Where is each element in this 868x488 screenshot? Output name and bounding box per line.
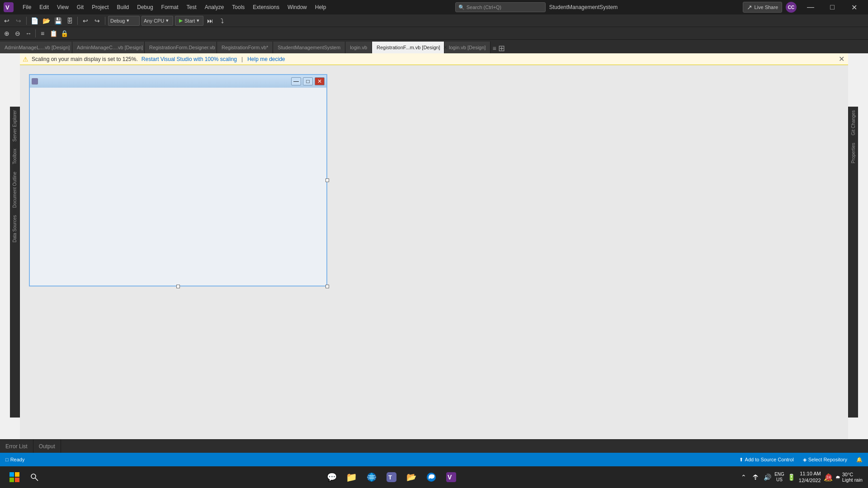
git-changes-label[interactable]: Git Changes <box>851 107 856 139</box>
tab-6[interactable]: RegistrationF...m.vb [Design] ✕ <box>372 42 444 53</box>
toolbar-save-btn[interactable]: 💾 <box>53 16 63 26</box>
maximize-button[interactable]: □ <box>822 0 843 14</box>
debug-dropdown[interactable]: Debug ▾ <box>108 16 140 26</box>
taskbar-file-explorer[interactable]: 📁 <box>343 468 361 486</box>
menu-git[interactable]: Git <box>73 2 87 12</box>
tray-chevron-icon[interactable]: ⌃ <box>739 473 748 482</box>
notification-link-2[interactable]: Help me decide <box>247 56 285 62</box>
tray-volume-icon[interactable]: 🔊 <box>763 473 772 482</box>
toolbar2-btn4[interactable]: ≡ <box>38 28 47 38</box>
resize-handle-right[interactable] <box>326 178 329 182</box>
tab-list-icon[interactable]: ≡ <box>492 45 496 52</box>
tab-6-close-icon[interactable]: ✕ <box>443 44 448 51</box>
title-bar-controls: — □ ✕ <box>800 0 864 14</box>
toolbar2-btn3[interactable]: ↔ <box>24 28 33 38</box>
tab-0-label: AdminManageL....vb [Design] <box>5 45 70 50</box>
menu-debug[interactable]: Debug <box>133 2 156 12</box>
menu-build[interactable]: Build <box>113 2 133 12</box>
menu-project[interactable]: Project <box>88 2 112 12</box>
taskbar-files-app[interactable]: 📂 <box>402 468 420 486</box>
form-close-button[interactable]: ✕ <box>315 77 325 85</box>
taskbar-search-icon[interactable] <box>25 468 43 486</box>
taskbar-weather[interactable]: 🌧 30°C Light rain <box>835 472 863 483</box>
menu-extensions[interactable]: Extensions <box>249 2 283 12</box>
menu-window[interactable]: Window <box>284 2 311 12</box>
menu-file[interactable]: File <box>19 2 35 12</box>
toolbar-step-in-btn[interactable]: ⤵ <box>217 16 227 26</box>
tray-battery-icon[interactable]: 🔋 <box>787 473 796 482</box>
tab-6-label: RegistrationF...m.vb [Design] <box>377 45 440 50</box>
notification-close-icon[interactable]: ✕ <box>839 55 844 63</box>
menu-analyze[interactable]: Analyze <box>201 2 228 12</box>
taskbar-notification-area[interactable]: 🔔 24 <box>824 473 833 482</box>
toolbar-redo-btn[interactable]: ↪ <box>92 16 102 26</box>
taskbar-vs-icon[interactable]: V <box>442 468 460 486</box>
toolbar-open-btn[interactable]: 📂 <box>41 16 51 26</box>
status-left: □ Ready <box>4 457 26 462</box>
toolbar-new-project-btn[interactable]: 📄 <box>29 16 39 26</box>
tab-close-all-icon[interactable]: ⊞ <box>498 43 505 53</box>
taskbar-browser[interactable] <box>363 468 381 486</box>
vs-logo-icon[interactable]: V <box>4 2 14 12</box>
tab-2[interactable]: RegistrationForm.Designer.vb <box>145 42 217 53</box>
live-share-button[interactable]: ↗ Live Share <box>743 2 782 13</box>
tray-network-icon[interactable] <box>751 473 760 482</box>
form-minimize-button[interactable]: — <box>291 77 301 85</box>
select-repository[interactable]: ◈ Select Repository <box>801 457 849 463</box>
tab-1[interactable]: AdminManageC....vb [Design] <box>72 42 145 53</box>
resize-handle-bottom[interactable] <box>176 285 180 288</box>
document-outline-label[interactable]: Document Outline <box>12 168 17 211</box>
add-to-source-control[interactable]: ⬆ Add to Source Control <box>737 457 796 463</box>
close-button[interactable]: ✕ <box>844 0 864 14</box>
toolbar2-btn5[interactable]: 📋 <box>48 28 58 38</box>
toolbar2-btn1[interactable]: ⊕ <box>2 28 12 38</box>
menu-format[interactable]: Format <box>158 2 182 12</box>
toolbar2-btn6[interactable]: 🔒 <box>59 28 69 38</box>
toolbar-undo-btn[interactable]: ↩ <box>80 16 90 26</box>
form-maximize-button[interactable]: □ <box>303 77 313 85</box>
toolbar-back-btn[interactable]: ↩ <box>2 16 12 26</box>
menu-help[interactable]: Help <box>311 2 330 12</box>
start-button[interactable]: ▶ Start ▾ <box>175 16 203 26</box>
tab-error-list[interactable]: Error List <box>0 440 33 453</box>
notifications-icon[interactable]: 🔔 <box>854 457 864 463</box>
cpu-dropdown[interactable]: Any CPU ▾ <box>142 16 173 26</box>
tab-7[interactable]: login.vb [Design] <box>444 42 491 53</box>
search-box[interactable]: 🔍 Search (Ctrl+Q) <box>455 2 546 12</box>
toolbar-step-over-btn[interactable]: ⏭ <box>205 16 215 26</box>
taskbar-chat-app[interactable]: 💬 <box>323 468 341 486</box>
select-repository-label: Select Repository <box>808 457 847 462</box>
user-avatar[interactable]: CC <box>786 2 797 13</box>
properties-label[interactable]: Properties <box>851 139 856 167</box>
toolbar-separator-1 <box>26 17 27 25</box>
tab-5[interactable]: login.vb <box>345 42 372 53</box>
tab-4[interactable]: StudentManagementSystem <box>273 42 345 53</box>
toolbar2-btn2[interactable]: ⊖ <box>13 28 23 38</box>
menu-tools[interactable]: Tools <box>228 2 248 12</box>
left-side-panel: Server Explorer Toolbox Document Outline… <box>10 107 20 418</box>
tab-3[interactable]: RegistrationForm.vb* <box>217 42 273 53</box>
form-title-bar: — □ ✕ <box>30 75 326 88</box>
data-sources-label[interactable]: Data Sources <box>12 211 17 246</box>
menu-test[interactable]: Test <box>183 2 200 12</box>
resize-handle-bottom-right[interactable] <box>326 285 329 288</box>
taskbar-start-button[interactable] <box>5 468 24 486</box>
minimize-button[interactable]: — <box>800 0 821 14</box>
toolbox-label[interactable]: Toolbox <box>12 145 17 168</box>
tab-output[interactable]: Output <box>33 440 61 453</box>
server-explorer-label[interactable]: Server Explorer <box>12 107 17 145</box>
taskbar-right: ⌃ 🔊 ENG US 🔋 11:10 AM 12/4/2022 🔔 24 🌧 3… <box>739 470 863 484</box>
menu-edit[interactable]: Edit <box>36 2 52 12</box>
toolbar-forward-btn[interactable]: ↪ <box>14 16 24 26</box>
taskbar-teams-app[interactable]: T <box>382 468 401 486</box>
notification-link-1[interactable]: Restart Visual Studio with 100% scaling <box>142 56 237 62</box>
menu-view[interactable]: View <box>53 2 72 12</box>
form-window[interactable]: — □ ✕ <box>29 74 327 286</box>
taskbar-edge-browser[interactable] <box>422 468 440 486</box>
tab-0[interactable]: AdminManageL....vb [Design] <box>0 42 72 53</box>
toolbar-save-all-btn[interactable]: 🗄 <box>65 16 75 26</box>
notification-warning-icon: ⚠ <box>23 56 28 63</box>
form-body[interactable] <box>30 88 326 286</box>
tab-end-buttons[interactable]: ≡ ⊞ <box>491 43 506 53</box>
taskbar-clock[interactable]: 11:10 AM 12/4/2022 <box>799 470 821 484</box>
